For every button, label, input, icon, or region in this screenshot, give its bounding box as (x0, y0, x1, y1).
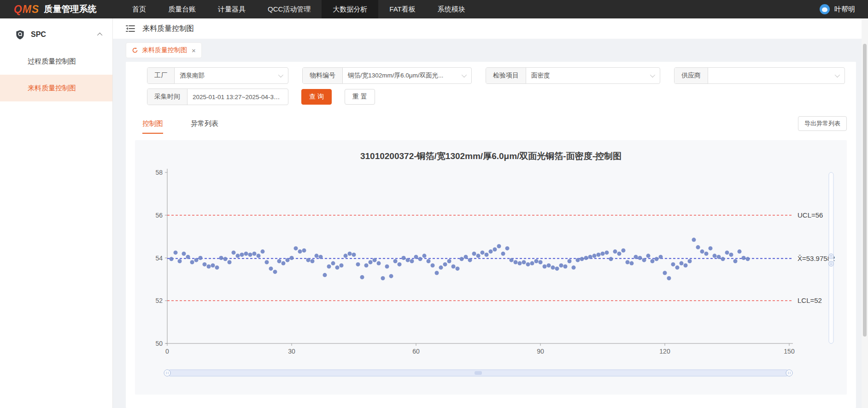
data-point (228, 260, 232, 264)
data-point (547, 263, 551, 267)
data-point (738, 249, 742, 254)
ucl-line: UCL=56 (167, 211, 823, 219)
nav-item-system-module[interactable]: 系统模块 (427, 0, 476, 18)
data-point (468, 258, 472, 262)
tab-anomaly-list[interactable]: 异常列表 (191, 119, 218, 134)
data-point (236, 254, 240, 258)
data-point (700, 249, 704, 254)
data-point (348, 252, 352, 256)
data-point (331, 261, 335, 266)
data-point (551, 266, 555, 270)
chart-panel: 31010200372-铜箔/宽1302mm/厚6.0μm/双面光铜箔-面密度-… (135, 140, 847, 395)
inspection-select[interactable]: 面密度 (526, 71, 650, 80)
x-datazoom-handle (786, 370, 792, 376)
page-title: 来料质量控制图 (142, 24, 194, 34)
data-point (526, 262, 530, 266)
nav-item-home[interactable]: 首页 (121, 0, 157, 18)
search-button[interactable]: 查 询 (301, 89, 332, 105)
factory-select[interactable]: 酒泉南部 (175, 71, 278, 80)
data-point (555, 266, 559, 271)
data-point (659, 255, 663, 259)
control-chart[interactable]: 50525456580306090120150UCL=56X̄=53.97582… (135, 162, 838, 391)
data-point (464, 255, 468, 259)
data-point (485, 253, 489, 257)
data-point (170, 257, 174, 261)
data-point (244, 252, 248, 256)
data-point (729, 253, 733, 257)
scatter-points[interactable] (170, 238, 750, 280)
x-datazoom-slider[interactable] (164, 370, 792, 376)
chevron-down-icon (278, 72, 283, 77)
data-point (572, 266, 576, 270)
reset-button[interactable]: 重 置 (345, 89, 375, 105)
material-select[interactable]: 铜箔/宽1302mm/厚6.0μm/双面光... (343, 71, 462, 80)
lcl-line: LCL=52 (167, 296, 822, 304)
nav-item-fat-board[interactable]: FAT看板 (378, 0, 426, 18)
y-datazoom-handle (829, 254, 834, 259)
tab-control-chart[interactable]: 控制图 (142, 119, 163, 134)
svg-text:UCL=56: UCL=56 (798, 211, 823, 219)
sidebar-item-process-quality-chart[interactable]: 过程质量控制图 (0, 48, 112, 75)
data-point (340, 263, 344, 267)
data-point (414, 255, 418, 259)
data-point (493, 247, 497, 251)
menu-fold-icon[interactable] (126, 25, 135, 32)
data-point (489, 249, 493, 254)
data-point (261, 249, 265, 254)
filter-collect-time: 采集时间 2025-01-01 13:27~2025-04-30 13:27 (147, 89, 288, 105)
data-point (282, 261, 286, 266)
data-point (323, 273, 327, 277)
data-point (514, 260, 518, 264)
chart-title: 31010200372-铜箔/宽1302mm/厚6.0μm/双面光铜箔-面密度-… (135, 140, 847, 162)
data-point (622, 248, 626, 253)
filter-material: 物料编号 铜箔/宽1302mm/厚6.0μm/双面光... (302, 67, 472, 84)
sidebar-item-label: 来料质量控制图 (28, 84, 76, 93)
refresh-icon[interactable] (132, 47, 138, 53)
data-point (539, 260, 543, 264)
data-point (497, 244, 501, 248)
scrollbar-thumb[interactable] (863, 44, 867, 337)
data-point (655, 257, 659, 261)
data-point (265, 260, 269, 264)
user-avatar[interactable] (820, 4, 830, 14)
data-point (406, 258, 410, 262)
sidebar-item-incoming-quality-chart[interactable]: 来料质量控制图 (0, 75, 112, 101)
data-point (277, 259, 282, 263)
export-anomaly-button[interactable]: 导出异常列表 (798, 116, 847, 131)
nav-item-measuring-tools[interactable]: 计量器具 (207, 0, 257, 18)
page-scrollbar[interactable] (862, 18, 868, 408)
y-datazoom-slider[interactable] (829, 172, 834, 343)
tab-chip[interactable]: 来料质量控制图 × (126, 42, 202, 58)
data-point (704, 252, 709, 256)
data-point (713, 254, 717, 258)
chart-axes: 50525456580306090120150 (155, 169, 794, 355)
nav-item-qcc[interactable]: QCC活动管理 (257, 0, 322, 18)
data-point (219, 256, 223, 260)
data-point (609, 257, 613, 261)
data-point (402, 256, 406, 260)
data-point (721, 257, 725, 261)
data-point (393, 259, 398, 263)
data-point (559, 263, 563, 267)
data-point (663, 271, 667, 275)
sidebar: SPC 过程质量控制图 来料质量控制图 (0, 18, 113, 408)
date-range-input[interactable]: 2025-01-01 13:27~2025-04-30 13:27 (188, 94, 288, 101)
data-point (422, 254, 427, 258)
data-point (240, 253, 244, 257)
close-icon[interactable]: × (192, 47, 196, 54)
chevron-down-icon (650, 72, 655, 77)
data-point (584, 256, 588, 260)
nav-item-bigdata[interactable]: 大数据分析 (322, 0, 378, 18)
page-header: 来料质量控制图 (113, 18, 868, 39)
date-start: 2025-01-01 13:27 (193, 94, 242, 101)
data-point (381, 276, 385, 280)
data-point (675, 266, 680, 270)
data-point (248, 253, 252, 257)
sidebar-group-spc[interactable]: SPC (0, 21, 112, 48)
data-point (518, 261, 522, 266)
data-point (190, 260, 194, 264)
app-title: 质量管理系统 (44, 3, 96, 15)
user-menu[interactable]: 叶帮明 (820, 4, 868, 14)
nav-item-quality-ledger[interactable]: 质量台账 (157, 0, 207, 18)
tab-chip-label: 来料质量控制图 (142, 46, 187, 54)
